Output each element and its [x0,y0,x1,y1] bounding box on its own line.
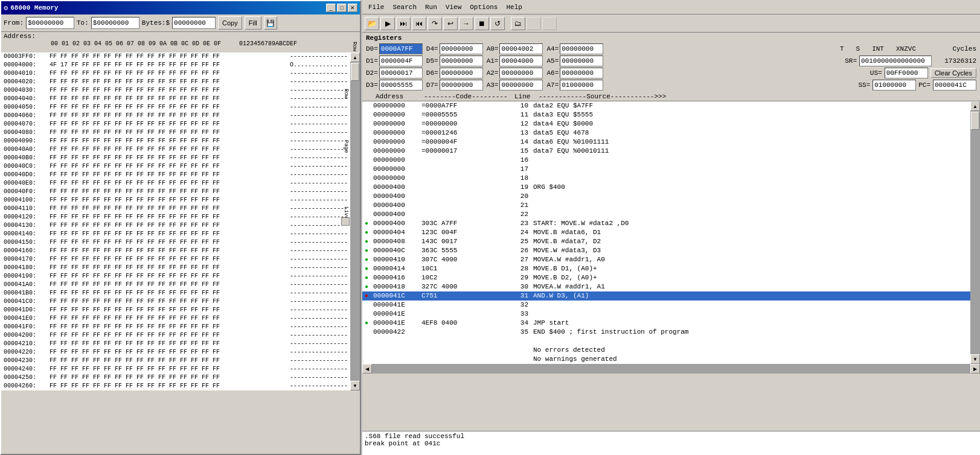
scroll-up-btn[interactable]: ▲ [350,52,360,62]
source-row[interactable]: ● 00000400 303C A7FF 23 START: MOVE.W #d… [362,219,970,228]
sr-value[interactable] [859,56,932,66]
source-row[interactable]: ● 00000408 143C 0017 25 MOVE.B #data7, D… [362,237,970,246]
toolbar-open-btn[interactable]: 📂 [365,17,379,30]
save-btn[interactable]: 💾 [264,16,277,30]
source-row[interactable]: ● 00000000 =00000017 15 data7 EQU %00010… [362,147,970,156]
a0-value[interactable] [499,43,543,54]
a1-value[interactable] [499,56,543,66]
source-row[interactable]: ● 00000000 16 [362,156,970,165]
live-checkbox[interactable] [341,217,350,226]
toolbar-goto-btn[interactable]: → [459,17,473,30]
memory-minimize-btn[interactable]: _ [326,4,336,12]
clear-cycles-btn[interactable]: Clear Cycles [930,68,976,78]
source-row[interactable]: ● No errors detected [362,346,970,355]
from-input[interactable] [26,17,74,29]
source-row[interactable]: ● [362,337,970,346]
source-row[interactable]: ● 0000040C 363C 5555 26 MOVE.W #data3, D… [362,246,970,255]
source-row[interactable]: ● 0000041E 4EF8 0400 34 JMP start [362,319,970,328]
source-scroll-up-btn[interactable]: ▲ [970,101,980,111]
source-row[interactable]: ● 00000400 20 [362,192,970,201]
source-row[interactable]: ● 00000410 307C 4000 27 MOVEA.W #addr1, … [362,255,970,264]
source-row[interactable]: ● 00000000 =00001246 13 data5 EQU 4678 [362,129,970,138]
a5-value[interactable] [560,56,603,66]
a3-value[interactable] [499,80,543,91]
scroll-track[interactable] [350,62,360,381]
toolbar-back-btn[interactable]: ⏮ [412,17,426,30]
memory-title: 68000 Memory [10,4,58,11]
d7-value[interactable] [440,80,483,91]
a7-value[interactable] [560,80,603,91]
memory-toolbar: From: To: Bytes:$ Copy Fill 💾 [1,14,360,32]
toolbar-step-btn[interactable]: ⏭ [396,17,411,30]
d6-value[interactable] [440,68,483,78]
toolbar-stop-btn[interactable]: ⏹ [475,17,489,30]
source-row[interactable]: ● 0000041C C751 31 AND.W D3, (A1) [362,291,970,301]
toolbar-mem-btn[interactable]: 🗂 [511,17,525,30]
a6-value[interactable] [560,68,603,78]
source-row[interactable]: ● 0000041E 33 [362,310,970,319]
memory-close-btn[interactable]: ✕ [348,4,357,12]
toolbar-extra1-btn[interactable] [527,17,541,30]
a2-label: A2= [487,69,499,77]
source-row[interactable]: ● 00000000 =0000004F 14 data6 EQU %01001… [362,138,970,147]
memory-row: 00004210:FF FF FF FF FF FF FF FF FF FF F… [1,340,350,348]
address-label: Address: [4,33,36,40]
ss-value[interactable] [873,80,916,91]
source-hscroll-left-btn[interactable]: ◀ [362,364,372,374]
source-row[interactable]: ● 00000400 19 ORG $400 [362,183,970,192]
d0-value[interactable] [379,43,423,54]
memory-row: 00004020:FF FF FF FF FF FF FF FF FF FF F… [1,78,350,86]
source-row[interactable]: ● 00000000 =00005555 11 data3 EQU $5555 [362,110,970,119]
toolbar-step-out-btn[interactable]: ↩ [443,17,458,30]
d4-value[interactable] [440,43,483,54]
source-scroll-track[interactable] [970,111,980,354]
menu-view[interactable]: View [442,2,465,12]
us-value[interactable] [885,68,928,78]
d3-value[interactable] [379,80,423,91]
toolbar-extra2-btn[interactable] [542,17,557,30]
bytes-input[interactable] [172,17,216,29]
copy-btn[interactable]: Copy [218,16,242,30]
a2-value[interactable] [499,68,543,78]
to-input[interactable] [91,17,139,29]
d1-label: D1= [366,57,378,65]
d5-value[interactable] [440,56,483,66]
breakpoint-dot: ● [365,229,368,236]
menu-search[interactable]: Search [389,2,420,12]
d3-field: D3= [366,80,423,91]
source-row[interactable]: ● 00000416 10C2 29 MOVE.B D2, (A0)+ [362,273,970,282]
pc-value[interactable] [933,80,976,91]
source-row[interactable]: ● 00000000 =00000000 12 data4 EQU $0000 [362,119,970,129]
source-row[interactable]: ● 0000041E 32 [362,301,970,310]
source-row[interactable]: ● 00000418 327C 4000 30 MOVEA.W #addr1, … [362,282,970,291]
source-row[interactable]: ● 00000400 22 [362,210,970,219]
source-row[interactable]: ● 00000400 21 [362,201,970,210]
menu-file[interactable]: File [365,2,388,12]
source-row[interactable]: ● 00000000 =0000A7FF 10 data2 EQU $A7FF [362,101,970,110]
source-row[interactable]: ● 00000404 123C 004F 24 MOVE.B #data6, D… [362,228,970,237]
toolbar-step-over-btn[interactable]: ↷ [428,17,442,30]
source-scroll-down-btn[interactable]: ▼ [970,354,980,364]
menu-run[interactable]: Run [421,2,441,12]
menu-help[interactable]: Help [502,2,525,12]
memory-maximize-btn[interactable]: □ [337,4,347,12]
toolbar-reset-btn[interactable]: ↺ [490,17,505,30]
toolbar-run-btn[interactable]: ▶ [380,17,395,30]
source-hscroll-track[interactable] [372,364,970,374]
source-row[interactable]: ● 00000422 35 END $400 ; first instructi… [362,328,970,337]
scroll-down-btn[interactable]: ▼ [350,381,360,390]
fill-btn[interactable]: Fill [245,16,261,30]
source-row[interactable]: ● 00000414 10C1 28 MOVE.B D1, (A0)+ [362,264,970,273]
menu-options[interactable]: Options [466,2,501,12]
ss-pc-row: SS= PC= [858,80,976,91]
d2-value[interactable] [379,68,423,78]
source-scroll-thumb [971,112,979,130]
d1-value[interactable] [379,56,423,66]
source-row[interactable]: ● 00000000 17 [362,165,970,174]
source-row[interactable]: ● 00000000 18 [362,174,970,183]
breakpoint-dot: ● [365,266,368,272]
source-row[interactable]: ● No warnings generated [362,355,970,364]
status-line1: .S68 file read successful [365,433,978,440]
source-hscroll-right-btn[interactable]: ▶ [970,364,980,374]
a4-value[interactable] [560,43,603,54]
